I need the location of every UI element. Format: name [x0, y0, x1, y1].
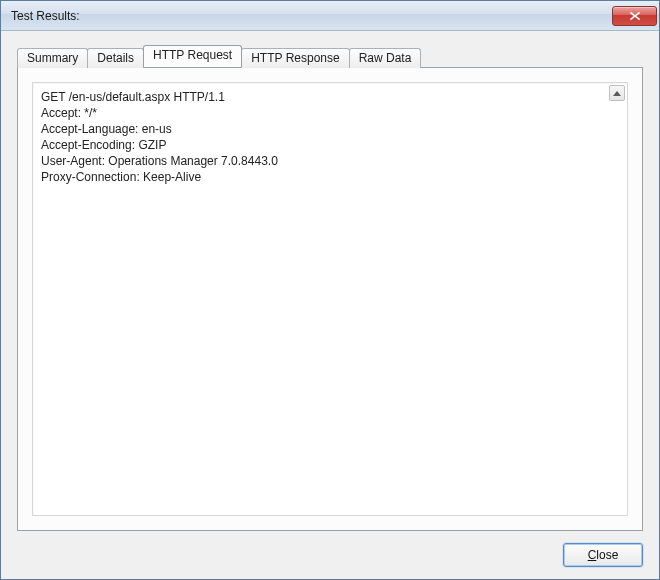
dialog-footer: Close [1, 531, 659, 579]
content-area: Summary Details HTTP Request HTTP Respon… [1, 31, 659, 531]
tab-http-request[interactable]: HTTP Request [143, 45, 242, 67]
tab-bar: Summary Details HTTP Request HTTP Respon… [17, 45, 643, 67]
titlebar[interactable]: Test Results: [1, 1, 659, 31]
close-icon [629, 11, 641, 21]
tab-summary[interactable]: Summary [17, 48, 88, 68]
window-title: Test Results: [11, 9, 612, 23]
tab-details[interactable]: Details [87, 48, 144, 68]
dialog-window: Test Results: Summary Details HTTP Reque… [0, 0, 660, 580]
tab-raw-data[interactable]: Raw Data [349, 48, 422, 68]
tab-panel: GET /en-us/default.aspx HTTP/1.1 Accept:… [17, 67, 643, 531]
request-text: GET /en-us/default.aspx HTTP/1.1 Accept:… [41, 89, 619, 185]
close-button[interactable]: Close [563, 543, 643, 567]
window-close-button[interactable] [612, 6, 657, 26]
tab-http-response[interactable]: HTTP Response [241, 48, 349, 68]
request-text-area[interactable]: GET /en-us/default.aspx HTTP/1.1 Accept:… [32, 82, 628, 516]
close-button-rest: lose [596, 548, 618, 562]
scroll-up-button[interactable] [609, 85, 625, 101]
